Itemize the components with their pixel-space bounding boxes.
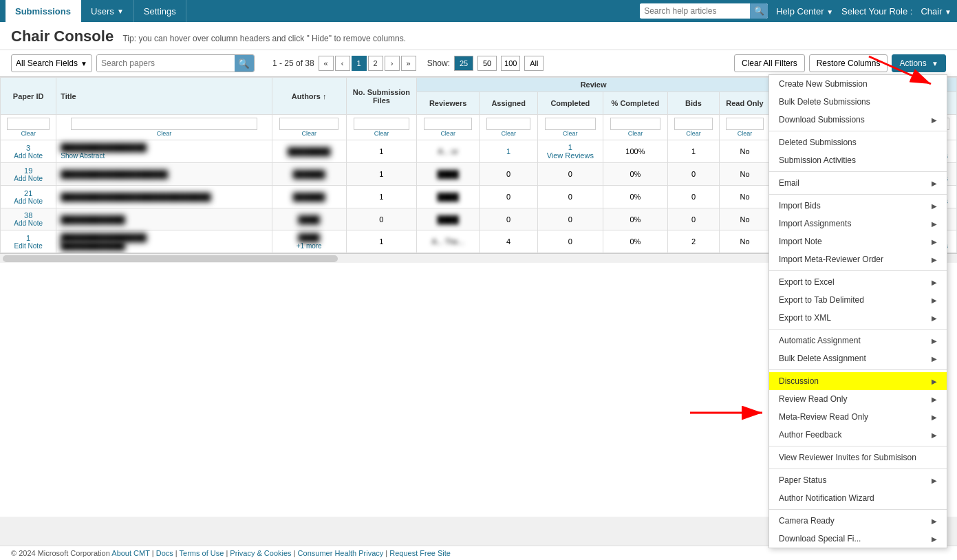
filter-completed-clear[interactable]: Clear — [542, 130, 599, 137]
cell-pct-38: 0% — [603, 208, 668, 230]
paper-id-link-3[interactable]: 3 — [26, 144, 30, 152]
th-authors[interactable]: Authors ↑ — [272, 78, 346, 115]
clear-all-filters-btn[interactable]: Clear All Filters — [734, 54, 805, 72]
show-100-btn[interactable]: 100 — [501, 56, 520, 71]
import-bids-arrow: ▶ — [932, 202, 937, 210]
menu-discussion[interactable]: Discussion ▶ — [769, 372, 947, 390]
menu-export-xml[interactable]: Export to XML ▶ — [769, 309, 947, 327]
filter-readonly-input[interactable] — [726, 118, 764, 130]
restore-columns-btn[interactable]: Restore Columns — [809, 54, 888, 72]
filter-readonly-clear[interactable]: Clear — [724, 130, 766, 137]
menu-download-submissions[interactable]: Download Submissions ▶ — [769, 111, 947, 129]
filter-files-clear[interactable]: Clear — [351, 130, 412, 137]
menu-submission-activities[interactable]: Submission Activities — [769, 151, 947, 169]
assigned-link-3[interactable]: 1 — [506, 147, 510, 155]
cell-authors-3: ████████ — [272, 140, 346, 163]
email-arrow: ▶ — [932, 180, 937, 187]
filter-reviewers-clear[interactable]: Clear — [421, 130, 475, 137]
filter-pct-clear[interactable]: Clear — [607, 130, 664, 137]
menu-email[interactable]: Email ▶ — [769, 174, 947, 192]
filter-files: Clear — [346, 115, 416, 140]
edit-note-1[interactable]: Edit Note — [5, 242, 52, 250]
add-note-21[interactable]: Add Note — [5, 197, 52, 205]
reviewers-text-1: A... The... — [431, 237, 464, 246]
cell-completed-19: 0 — [538, 163, 603, 186]
menu-import-note[interactable]: Import Note ▶ — [769, 233, 947, 250]
chair-role-link[interactable]: Chair ▼ — [921, 6, 951, 17]
menu-author-feedback[interactable]: Author Feedback ▶ — [769, 426, 947, 444]
nav-tab-settings[interactable]: Settings — [134, 0, 186, 22]
field-selector-dropdown[interactable]: All Search Fields ▼ — [11, 54, 92, 72]
paper-status-arrow: ▶ — [932, 477, 937, 484]
filter-bids-clear[interactable]: Clear — [672, 130, 715, 137]
nav-tab-users[interactable]: Users ▼ — [81, 0, 134, 22]
filter-assigned-clear[interactable]: Clear — [484, 130, 533, 137]
cell-reviewers-19: ████ — [416, 163, 479, 186]
search-papers-button[interactable]: 🔍 — [235, 54, 254, 72]
nav-tab-submissions[interactable]: Submissions — [6, 0, 81, 22]
filter-paper-id-input[interactable] — [7, 118, 49, 130]
menu-view-reviewer-invites[interactable]: View Reviewer Invites for Submisison — [769, 449, 947, 466]
nav-search-button[interactable]: 🔍 — [750, 3, 768, 19]
page-header: Chair Console Tip: you can hover over co… — [0, 22, 957, 50]
menu-export-tab[interactable]: Export to Tab Delimited ▶ — [769, 291, 947, 309]
help-center-link[interactable]: Help Center ▼ — [776, 6, 833, 17]
cell-pct-19: 0% — [603, 163, 668, 186]
filter-assigned-input[interactable] — [486, 118, 531, 130]
actions-dropdown-btn[interactable]: Actions ▼ — [892, 54, 946, 72]
filter-bids-input[interactable] — [674, 118, 712, 130]
menu-deleted-submissions[interactable]: Deleted Submissions — [769, 133, 947, 151]
page-1-btn[interactable]: 1 — [352, 56, 367, 71]
page-2-btn[interactable]: 2 — [368, 56, 383, 71]
page-prev-btn[interactable]: ‹ — [335, 56, 350, 71]
show-abstract-3[interactable]: Show Abstract — [61, 152, 105, 160]
filter-title-clear[interactable]: Clear — [61, 130, 267, 137]
menu-divider-8 — [769, 469, 947, 469]
th-reviewers: Reviewers — [416, 92, 479, 115]
menu-export-excel[interactable]: Export to Excel ▶ — [769, 273, 947, 291]
menu-meta-review-read-only[interactable]: Meta-Review Read Only ▶ — [769, 408, 947, 426]
menu-paper-status[interactable]: Paper Status ▶ — [769, 471, 947, 489]
paper-id-link-38[interactable]: 38 — [24, 211, 32, 219]
menu-divider-6 — [769, 369, 947, 370]
nav-search-input[interactable] — [640, 3, 750, 19]
show-all-btn[interactable]: All — [524, 56, 544, 71]
cell-completed-38: 0 — [538, 208, 603, 230]
menu-bulk-delete-submissions[interactable]: Bulk Delete Submissions — [769, 93, 947, 111]
filter-authors-input[interactable] — [279, 118, 338, 130]
menu-bulk-delete-assignment[interactable]: Bulk Delete Assignment ▶ — [769, 349, 947, 367]
paper-id-link-1[interactable]: 1 — [26, 234, 30, 242]
reviewers-text-19: ████ — [438, 170, 459, 178]
filter-authors-clear[interactable]: Clear — [277, 130, 342, 137]
plus-more-1[interactable]: +1 more — [297, 242, 322, 250]
search-papers-input[interactable] — [97, 54, 235, 72]
page-next-btn[interactable]: › — [385, 56, 400, 71]
cell-paper-id-1: 1 Edit Note — [1, 230, 56, 253]
paper-id-link-19[interactable]: 19 — [24, 166, 32, 175]
filter-reviewers-input[interactable] — [424, 118, 473, 130]
menu-auto-assignment[interactable]: Automatic Assignment ▶ — [769, 332, 947, 349]
search-input-wrap: 🔍 — [96, 54, 255, 72]
page-last-btn[interactable]: » — [401, 56, 416, 71]
menu-review-read-only[interactable]: Review Read Only ▶ — [769, 390, 947, 408]
filter-paper-id-clear[interactable]: Clear — [5, 130, 52, 137]
filter-completed-input[interactable] — [545, 118, 595, 130]
cell-completed-1: 0 — [538, 230, 603, 253]
menu-create-submission[interactable]: Create New Submission — [769, 75, 947, 93]
add-note-19[interactable]: Add Note — [5, 175, 52, 182]
filter-files-input[interactable] — [354, 118, 409, 130]
paper-id-link-21[interactable]: 21 — [24, 189, 32, 197]
menu-import-meta-reviewer-order[interactable]: Import Meta-Reviewer Order ▶ — [769, 250, 947, 268]
completed-link-3[interactable]: 1View Reviews — [547, 143, 594, 160]
menu-camera-ready[interactable]: Camera Ready ▶ — [769, 512, 947, 517]
menu-import-assignments[interactable]: Import Assignments ▶ — [769, 215, 947, 233]
show-50-btn[interactable]: 50 — [477, 56, 497, 71]
page-first-btn[interactable]: « — [319, 56, 334, 71]
filter-pct-input[interactable] — [610, 118, 660, 130]
show-25-btn[interactable]: 25 — [454, 56, 473, 71]
add-note-3[interactable]: Add Note — [5, 152, 52, 160]
menu-author-notification[interactable]: Author Notification Wizard — [769, 489, 947, 507]
add-note-38[interactable]: Add Note — [5, 219, 52, 227]
menu-import-bids[interactable]: Import Bids ▶ — [769, 197, 947, 215]
filter-title-input[interactable] — [71, 118, 257, 130]
